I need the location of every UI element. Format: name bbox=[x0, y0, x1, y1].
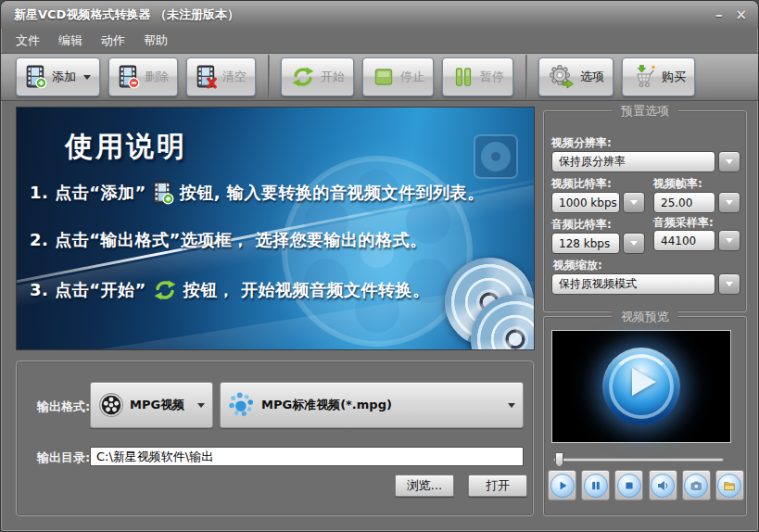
output-panel: 输出格式: MPG视频 MPG标准视频(*.mpg) 输出目录: 浏览... 打… bbox=[16, 361, 534, 516]
player-pause-button[interactable] bbox=[581, 470, 610, 500]
framerate-value: 25.00 bbox=[653, 192, 715, 213]
chevron-down-icon bbox=[197, 403, 205, 408]
delete-button[interactable]: 删除 bbox=[108, 57, 178, 96]
film-add-icon bbox=[25, 65, 47, 89]
pause-icon bbox=[584, 474, 608, 498]
output-format-label: 输出格式: bbox=[37, 399, 90, 415]
clear-button[interactable]: 清空 bbox=[186, 57, 256, 96]
options-button-label: 选项 bbox=[580, 69, 604, 85]
app-window: 新星VCD视频格式转换器 （未注册版本） – × 文件 编辑 动作 帮助 添加 … bbox=[0, 0, 759, 532]
shopping-cart-icon bbox=[631, 64, 657, 90]
stop-square-icon bbox=[372, 65, 396, 89]
buy-button[interactable]: 购买 bbox=[622, 57, 695, 96]
audio-bitrate-select[interactable]: 128 kbps bbox=[551, 233, 645, 254]
film-reel-graphic bbox=[471, 132, 521, 185]
instructions-title: 使用说明 bbox=[65, 128, 187, 166]
chevron-down-icon[interactable] bbox=[623, 233, 645, 254]
refresh-arrows-icon bbox=[290, 65, 316, 89]
open-button[interactable]: 打开 bbox=[468, 475, 527, 497]
chevron-down-icon bbox=[508, 403, 515, 408]
film-remove-icon bbox=[118, 65, 140, 89]
stop-icon bbox=[617, 474, 641, 498]
pause-button[interactable]: 暂停 bbox=[442, 57, 513, 96]
player-stop-button[interactable] bbox=[614, 470, 643, 500]
instruction-step-2: 2. 点击“输出格式”选项框， 选择您要输出的格式。 bbox=[30, 229, 427, 251]
video-bitrate-select[interactable]: 1000 kbps bbox=[551, 192, 645, 213]
window-title: 新星VCD视频格式转换器 （未注册版本） bbox=[14, 6, 239, 23]
film-clear-icon bbox=[196, 65, 218, 89]
step-1-text: 1. 点击“添加” bbox=[30, 182, 146, 204]
video-scale-value: 保持原视频模式 bbox=[551, 273, 715, 295]
titlebar: 新星VCD视频格式转换器 （未注册版本） – × bbox=[1, 1, 758, 29]
output-format-value: MPG视频 bbox=[130, 397, 184, 413]
preset-options-group: 预置选项 视频分辨率: 保持原分辨率 视频比特率: 视频帧率: 1000 kbp… bbox=[543, 110, 747, 312]
seek-slider[interactable] bbox=[553, 452, 724, 467]
sample-rate-select[interactable]: 44100 bbox=[653, 230, 740, 251]
output-profile-select[interactable]: MPG标准视频(*.mpg) bbox=[220, 382, 524, 428]
delete-button-label: 删除 bbox=[145, 69, 169, 85]
output-format-select[interactable]: MPG视频 bbox=[90, 382, 213, 428]
menu-edit[interactable]: 编辑 bbox=[49, 30, 92, 52]
chevron-down-icon[interactable] bbox=[718, 192, 740, 213]
resolution-value: 保持原分辨率 bbox=[551, 151, 715, 172]
chevron-down-icon[interactable] bbox=[718, 273, 740, 295]
stop-button[interactable]: 停止 bbox=[362, 57, 434, 96]
menubar: 文件 编辑 动作 帮助 bbox=[1, 29, 758, 53]
add-button[interactable]: 添加 bbox=[16, 57, 100, 96]
chevron-down-icon[interactable] bbox=[718, 151, 740, 172]
menu-help[interactable]: 帮助 bbox=[134, 30, 177, 52]
player-mute-button[interactable] bbox=[649, 470, 677, 500]
player-snapshot-button[interactable] bbox=[682, 470, 711, 500]
chevron-down-icon bbox=[83, 75, 91, 80]
video-bitrate-label: 视频比特率: bbox=[551, 176, 612, 192]
big-play-icon[interactable] bbox=[602, 348, 680, 425]
chevron-down-icon[interactable] bbox=[718, 230, 740, 251]
menu-file[interactable]: 文件 bbox=[6, 30, 49, 52]
chevron-down-icon[interactable] bbox=[623, 192, 645, 213]
snapshot-camera-icon bbox=[684, 474, 708, 498]
resolution-label: 视频分辨率: bbox=[551, 135, 612, 151]
film-reel-icon bbox=[98, 392, 124, 418]
toolbar: 添加 删除 清空 开始 停止 bbox=[1, 53, 758, 101]
player-play-button[interactable] bbox=[548, 470, 576, 500]
step-1-text: 按钮, 输入要转换的音视频文件到列表。 bbox=[180, 182, 485, 204]
video-scale-label: 视频缩放: bbox=[553, 258, 602, 273]
minimize-button[interactable]: – bbox=[715, 8, 723, 22]
seek-thumb[interactable] bbox=[555, 452, 563, 467]
gear-icon bbox=[548, 64, 576, 90]
film-add-icon bbox=[152, 181, 174, 205]
output-dir-input[interactable] bbox=[90, 447, 524, 466]
sample-rate-label: 音频采样率: bbox=[653, 215, 714, 231]
instruction-step-1: 1. 点击“添加” 按钮, 输入要转换的音视频文件到列表。 bbox=[30, 181, 484, 205]
start-button-label: 开始 bbox=[321, 69, 345, 85]
start-button[interactable]: 开始 bbox=[281, 57, 354, 96]
options-button[interactable]: 选项 bbox=[538, 57, 614, 96]
add-button-label: 添加 bbox=[52, 69, 76, 85]
player-open-file-button[interactable] bbox=[715, 470, 744, 500]
instructions-banner: 使用说明 1. 点击“添加” 按钮, 输入要转换的音视频文件到列表。 2. 点击… bbox=[16, 107, 535, 350]
resolution-select[interactable]: 保持原分辨率 bbox=[551, 151, 740, 172]
video-scale-select[interactable]: 保持原视频模式 bbox=[551, 273, 740, 295]
play-icon bbox=[550, 474, 575, 498]
step-2-text: 2. 点击“输出格式”选项框， 选择您要输出的格式。 bbox=[30, 229, 427, 251]
stop-button-label: 停止 bbox=[400, 69, 424, 85]
close-button[interactable]: × bbox=[735, 8, 747, 22]
step-3-text: 3. 点击“开始” bbox=[30, 279, 146, 301]
open-folder-icon bbox=[717, 474, 741, 498]
video-bitrate-value: 1000 kbps bbox=[551, 192, 620, 213]
browse-button[interactable]: 浏览... bbox=[395, 475, 454, 497]
video-preview-title: 视频预览 bbox=[612, 309, 678, 325]
toolbar-separator bbox=[268, 55, 270, 99]
player-controls bbox=[548, 470, 744, 500]
clear-button-label: 清空 bbox=[222, 69, 247, 85]
menu-action[interactable]: 动作 bbox=[92, 30, 134, 52]
framerate-select[interactable]: 25.00 bbox=[653, 192, 740, 213]
sample-rate-value: 44100 bbox=[653, 230, 715, 251]
preset-options-title: 预置选项 bbox=[612, 103, 678, 120]
toolbar-separator bbox=[525, 55, 527, 99]
video-preview-screen[interactable] bbox=[551, 330, 731, 443]
seek-track[interactable] bbox=[553, 458, 724, 462]
instruction-step-3: 3. 点击“开始” 按钮， 开始视频音频文件转换。 bbox=[30, 278, 430, 302]
audio-bitrate-label: 音频比特率: bbox=[551, 217, 612, 233]
framerate-label: 视频帧率: bbox=[653, 176, 702, 192]
